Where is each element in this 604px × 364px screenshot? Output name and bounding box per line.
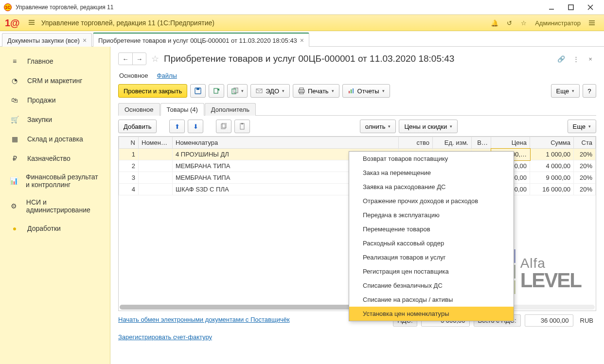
window-minimize-button[interactable] bbox=[542, 0, 561, 14]
window-maximize-button[interactable] bbox=[561, 0, 581, 14]
grid-cell[interactable]: 20% bbox=[574, 172, 596, 184]
grid-column-header[interactable]: Цена bbox=[491, 137, 530, 149]
sidebar-item-warehouse[interactable]: ▦Склад и доставка bbox=[0, 129, 110, 149]
register-invoice-link[interactable]: Зарегистрировать счет-фактуру bbox=[118, 333, 596, 341]
create-based-button[interactable]: ▾ bbox=[227, 84, 248, 98]
grid-cell[interactable] bbox=[139, 149, 173, 160]
save-button[interactable] bbox=[190, 84, 206, 98]
create-based-dropdown: Возврат товаров поставщикуЗаказ на перем… bbox=[349, 151, 514, 321]
grid-cell[interactable] bbox=[139, 184, 173, 195]
close-icon[interactable]: × bbox=[83, 36, 87, 44]
grid-column-header[interactable]: Ед. изм. bbox=[433, 137, 472, 149]
main-header: 1@ Управление торговлей, редакция 11 (1С… bbox=[0, 15, 604, 31]
dropdown-item[interactable]: Списание безналичных ДС bbox=[349, 278, 514, 293]
help-button[interactable]: ? bbox=[583, 84, 596, 98]
move-up-button[interactable]: ⬆ bbox=[169, 120, 185, 133]
svg-rect-19 bbox=[349, 91, 350, 93]
dropdown-item[interactable]: Заявка на расходование ДС bbox=[349, 180, 514, 194]
grid-cell[interactable]: 20% bbox=[574, 149, 596, 160]
dropdown-item[interactable]: Списание на расходы / активы bbox=[349, 293, 514, 307]
grid-column-header[interactable]: Номенклатура bbox=[173, 137, 399, 149]
paste-button[interactable] bbox=[234, 120, 250, 133]
grid-cell[interactable] bbox=[139, 172, 173, 184]
grid-cell[interactable]: 20% bbox=[574, 160, 596, 172]
bell-icon[interactable]: 🔔 bbox=[487, 16, 502, 30]
grid-cell[interactable]: 4 bbox=[119, 184, 139, 195]
section-tab-goods[interactable]: Товары (4) bbox=[160, 103, 204, 116]
favorite-star-icon[interactable]: ☆ bbox=[149, 53, 161, 64]
grid-cell[interactable]: 1 bbox=[119, 149, 139, 160]
grid-cell[interactable]: 3 bbox=[119, 172, 139, 184]
sidebar-item-settings[interactable]: ⚙НСИ и администрирование bbox=[0, 193, 110, 219]
panel-menu-icon[interactable] bbox=[585, 16, 599, 30]
sidebar: ≡Главное ◔CRM и маркетинг 🛍Продажи 🛒Заку… bbox=[0, 47, 110, 364]
copy-button[interactable] bbox=[216, 120, 231, 133]
sidebar-item-custom[interactable]: ●Доработки bbox=[0, 219, 110, 238]
grid-column-header[interactable]: Сумма bbox=[530, 137, 574, 149]
dropdown-item[interactable]: Реализация товаров и услуг bbox=[349, 250, 514, 264]
post-button[interactable] bbox=[209, 84, 224, 98]
table-more-button[interactable]: Еще▾ bbox=[568, 120, 596, 133]
close-doc-icon[interactable]: × bbox=[585, 55, 596, 63]
sidebar-item-finance[interactable]: 📊Финансовый результат и контроллинг bbox=[0, 168, 110, 193]
subtab-main[interactable]: Основное bbox=[119, 72, 148, 79]
dropdown-item[interactable]: Передача в эксплуатацию bbox=[349, 208, 514, 222]
prices-discounts-button[interactable]: Цены и скидки▾ bbox=[399, 120, 458, 133]
sidebar-item-main[interactable]: ≡Главное bbox=[0, 52, 110, 71]
app-logo-small: 1C bbox=[4, 3, 12, 11]
app-tab[interactable]: Приобретение товаров и услуг 00ЦБ-000001… bbox=[93, 33, 309, 47]
hamburger-icon[interactable] bbox=[25, 19, 38, 27]
grid-column-header[interactable]: Ста bbox=[574, 137, 596, 149]
grid-cell[interactable] bbox=[139, 160, 173, 172]
sidebar-item-purchases[interactable]: 🛒Закупки bbox=[0, 110, 110, 129]
grid-cell[interactable]: 4 000,00 bbox=[530, 160, 574, 172]
section-tab-extra[interactable]: Дополнитель bbox=[205, 103, 256, 116]
move-down-button[interactable]: ⬇ bbox=[188, 120, 203, 133]
grid-cell[interactable]: 2 bbox=[119, 160, 139, 172]
post-and-close-button[interactable]: Провести и закрыть bbox=[118, 84, 187, 98]
more-button[interactable]: Еще▾ bbox=[551, 84, 580, 98]
grid-column-header[interactable]: ство bbox=[399, 137, 433, 149]
dropdown-item[interactable]: Отражение прочих доходов и расходов bbox=[349, 194, 514, 208]
star-icon[interactable]: ☆ bbox=[516, 16, 531, 30]
grid-column-header[interactable]: В… bbox=[472, 137, 491, 149]
dropdown-item[interactable]: Возврат товаров поставщику bbox=[349, 152, 514, 166]
sidebar-item-treasury[interactable]: ₽Казначейство bbox=[0, 149, 110, 168]
section-tab-main[interactable]: Основное bbox=[118, 103, 160, 116]
dropdown-item[interactable]: Регистрация цен поставщика bbox=[349, 264, 514, 278]
edo-button[interactable]: ЭДО▾ bbox=[250, 84, 290, 98]
dropdown-item[interactable]: Установка цен номенклатуры bbox=[349, 307, 514, 321]
dropdown-item[interactable]: Расходный кассовый ордер bbox=[349, 236, 514, 250]
add-row-button[interactable]: Добавить bbox=[118, 120, 157, 133]
app-tab[interactable]: Документы закупки (все) × bbox=[2, 33, 92, 47]
nav-forward-button[interactable]: → bbox=[132, 53, 146, 65]
close-icon[interactable]: × bbox=[300, 36, 304, 44]
window-close-button[interactable] bbox=[581, 0, 600, 14]
fill-button[interactable]: олнить▾ bbox=[360, 120, 396, 133]
print-button[interactable]: Печать▾ bbox=[293, 84, 339, 98]
dropdown-item[interactable]: Перемещение товаров bbox=[349, 222, 514, 236]
history-icon[interactable]: ↺ bbox=[502, 16, 516, 30]
nav-box: ← → bbox=[118, 52, 146, 65]
link-icon[interactable]: 🔗 bbox=[555, 55, 567, 63]
nav-back-button[interactable]: ← bbox=[119, 53, 132, 65]
subtab-files[interactable]: Файлы bbox=[157, 72, 177, 79]
sidebar-item-crm[interactable]: ◔CRM и маркетинг bbox=[0, 71, 110, 90]
barchart-icon: 📊 bbox=[10, 176, 18, 186]
grid-column-header[interactable]: Номен… bbox=[139, 137, 173, 149]
grid-column-header[interactable]: N bbox=[119, 137, 139, 149]
svg-rect-21 bbox=[353, 88, 354, 93]
kebab-icon[interactable]: ⋮ bbox=[570, 55, 582, 63]
reports-button[interactable]: Отчеты▾ bbox=[342, 84, 390, 98]
grid-cell[interactable]: 20% bbox=[574, 184, 596, 195]
total-value: 36 000,00 bbox=[525, 314, 573, 327]
window-title: Управление торговлей, редакция 11 bbox=[16, 4, 542, 11]
dropdown-item[interactable]: Заказ на перемещение bbox=[349, 166, 514, 180]
svg-rect-12 bbox=[214, 88, 218, 93]
grid-cell[interactable]: 16 000,00 bbox=[530, 184, 574, 195]
grid-cell[interactable]: 9 000,00 bbox=[530, 172, 574, 184]
grid-cell[interactable]: 1 000,00 bbox=[530, 149, 574, 160]
svg-rect-25 bbox=[241, 123, 243, 124]
header-user[interactable]: Администратор bbox=[531, 19, 585, 27]
sidebar-item-sales[interactable]: 🛍Продажи bbox=[0, 90, 110, 110]
